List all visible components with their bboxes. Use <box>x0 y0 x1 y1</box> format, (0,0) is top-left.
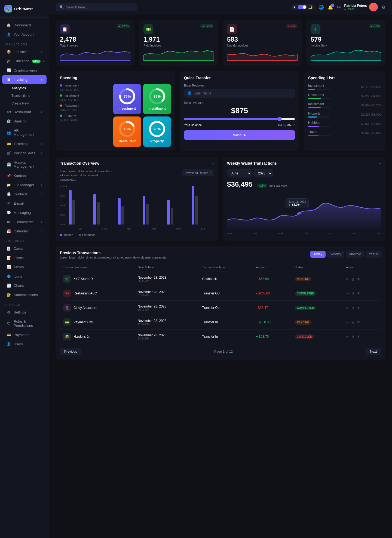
ww-badge: +25% <box>257 184 267 188</box>
month-select[interactable]: June January February March April May Ju… <box>227 169 252 177</box>
qt-recipient-input-wrap[interactable]: 👤 <box>184 89 295 98</box>
print-button[interactable]: 🖨 <box>351 320 355 324</box>
sidebar-item-users[interactable]: 👤 Users <box>2 340 47 349</box>
sl-more-icon[interactable]: ⋯ <box>378 76 381 80</box>
sidebar-item-file-manager[interactable]: 📁 File Manager › <box>2 180 47 189</box>
sidebar-item-authentications[interactable]: 🔐 Authentications <box>2 290 47 299</box>
sidebar-item-payments[interactable]: 💳 Payments <box>2 330 47 339</box>
sidebar-item-hr-management[interactable]: 👥 HR Management › <box>2 126 47 139</box>
sidebar-item-education[interactable]: 🎓 Education NEW › <box>2 57 47 66</box>
sidebar-item-forms[interactable]: 📝 Forms <box>2 253 47 262</box>
table-row: 📦 Hawkins Jr. November 28, 2023 04:34 PM… <box>60 330 381 344</box>
sidebar-subitem-analytics[interactable]: Analytics <box>0 84 49 92</box>
sidebar-item-kanban[interactable]: 📌 Kanban › <box>2 171 47 180</box>
download-report-button[interactable]: Download Report ⬇ <box>182 169 214 176</box>
sidebar-item-dashboard[interactable]: 🏠 Dashboard <box>2 21 47 30</box>
spending-item-investment: Investment $1,415 $2,000 <box>60 84 108 92</box>
qt-slider[interactable] <box>184 117 295 121</box>
donut-circle-restaurant: 18% <box>118 120 136 138</box>
sidebar-item-label: Kanban <box>14 174 26 178</box>
view-button[interactable]: 👁 <box>357 335 360 339</box>
sidebar-item-messaging[interactable]: 💬 Messaging › <box>2 208 47 217</box>
search-box[interactable]: 🔍 <box>56 3 137 11</box>
edit-button[interactable]: ✏ <box>346 291 349 296</box>
logo-more-icon[interactable]: ⋮ <box>40 6 44 11</box>
tables-icon: 📊 <box>7 265 11 269</box>
sidebar-item-banking[interactable]: 🏦 Banking › <box>2 117 47 126</box>
print-button[interactable]: 🖨 <box>351 306 355 310</box>
sidebar-item-tables[interactable]: 📊 Tables <box>2 263 47 272</box>
spending-card: Spending ⋯ Investment <box>56 71 175 151</box>
qt-recipient-input[interactable] <box>194 91 292 95</box>
sidebar-item-charts[interactable]: 📉 Charts <box>2 281 47 290</box>
qt-send-button[interactable]: Send ➤ <box>184 130 295 140</box>
previous-page-button[interactable]: Previous <box>60 348 81 355</box>
tx-amount: - $33.47 <box>256 306 268 310</box>
sidebar-item-point-of-sales[interactable]: 🛒 Point of Sales › <box>2 149 47 158</box>
sidebar-item-ticketing[interactable]: 🎫 Ticketing › <box>2 139 47 148</box>
view-button[interactable]: 👁 <box>357 320 360 324</box>
print-button[interactable]: 🖨 <box>351 335 355 339</box>
sidebar-item-label: E-commerce <box>14 220 34 224</box>
sidebar-subitem-transactions[interactable]: Transactions <box>0 92 49 100</box>
theme-toggle[interactable]: ☀ 🌙 <box>291 4 315 10</box>
tx-name-cell: 💳 Payment CME <box>60 315 134 330</box>
edit-button[interactable]: ✏ <box>346 306 349 310</box>
qt-more-icon[interactable]: ⋯ <box>292 76 295 80</box>
next-page-button[interactable]: Next <box>366 348 381 355</box>
sidebar-item-cards[interactable]: 🃏 Cards <box>2 244 47 253</box>
view-button[interactable]: 👁 <box>357 277 360 281</box>
moon-icon: 🌙 <box>308 5 313 9</box>
to-more-icon[interactable]: ⋯ <box>210 161 214 165</box>
chart-point <box>297 212 301 214</box>
sidebar-item-invoicing[interactable]: 📋 Invoicing ∨ <box>2 75 47 84</box>
chevron-right-icon: › <box>41 152 42 155</box>
spending-more-icon[interactable]: ⋯ <box>167 76 171 80</box>
sidebar-item-settings[interactable]: ⚙ Settings <box>2 308 47 317</box>
sidebar-item-logistics[interactable]: 📦 Logistics › <box>2 47 47 56</box>
edit-button[interactable]: ✏ <box>346 320 349 324</box>
print-button[interactable]: 🖨 <box>351 277 355 281</box>
edit-button[interactable]: ✏ <box>346 335 349 339</box>
tx-title: Previous Transactions <box>60 251 168 255</box>
donut-circle-installment: 36% <box>148 88 166 105</box>
account-icon: 👤 <box>7 32 11 36</box>
print-button[interactable]: 🖨 <box>351 291 355 296</box>
bar-expense-apr <box>146 204 149 225</box>
sidebar-item-restaurant[interactable]: 🍽 Restaurant › <box>2 107 47 116</box>
ww-more-icon[interactable]: ⋯ <box>378 161 381 165</box>
col-transaction-type: Transaction Type <box>199 263 253 272</box>
email-button[interactable]: ✉ <box>337 5 341 10</box>
sidebar-item-contacts[interactable]: 📇 Contacts › <box>2 190 47 199</box>
search-input[interactable] <box>66 5 133 9</box>
table-row: 💳 Payment CME November 28, 2023 12:34 PM… <box>60 315 381 330</box>
sidebar-item-label: Contacts <box>14 192 27 196</box>
sidebar-item-hospital-management[interactable]: 🏥 Hospital Management › <box>2 158 47 171</box>
section-applications: APPLICATIONS <box>0 39 49 47</box>
view-button[interactable]: 👁 <box>357 306 360 310</box>
sidebar-item-icons[interactable]: 🔷 Icons <box>2 272 47 281</box>
sidebar-item-label: Charts <box>14 284 24 288</box>
filter-weekly-button[interactable]: Weekly <box>327 251 344 258</box>
filter-today-button[interactable]: Today <box>310 251 326 258</box>
pos-icon: 🛒 <box>7 151 11 155</box>
sidebar-item-roles[interactable]: 🛡 Roles & Permissions <box>2 317 47 330</box>
edit-button[interactable]: ✏ <box>346 277 349 281</box>
sidebar-item-calendar[interactable]: 📅 Calendar › <box>2 227 47 236</box>
header-settings-button[interactable]: ⚙ <box>382 5 385 10</box>
tx-type: Transfer Out <box>199 301 253 315</box>
sidebar-item-cryptocurrency[interactable]: 📈 Cryptocurrency › <box>2 66 47 75</box>
view-button[interactable]: 👁 <box>357 291 360 296</box>
sidebar-item-email[interactable]: ✉ E-mail › <box>2 199 47 208</box>
table-row: 🛒 XYZ Store ID November 28, 2023 05:34 A… <box>60 272 381 286</box>
year-select[interactable]: 2023 2022 2021 2024 <box>254 169 273 177</box>
sidebar-item-your-account[interactable]: 👤 Your Account › <box>2 30 47 39</box>
sidebar-item-ecommerce[interactable]: 🛍 E-commerce › <box>2 217 47 226</box>
sidebar-subitem-create-new[interactable]: Create New <box>0 100 49 107</box>
notification-button[interactable]: 🔔 1 <box>328 5 333 10</box>
filter-monthly-button[interactable]: Monthly <box>346 251 364 258</box>
tx-status: CANCELED <box>295 334 314 339</box>
filter-yearly-button[interactable]: Yearly <box>366 251 381 258</box>
globe-button[interactable]: 🌐 <box>318 5 324 10</box>
toggle-switch[interactable] <box>298 5 307 9</box>
